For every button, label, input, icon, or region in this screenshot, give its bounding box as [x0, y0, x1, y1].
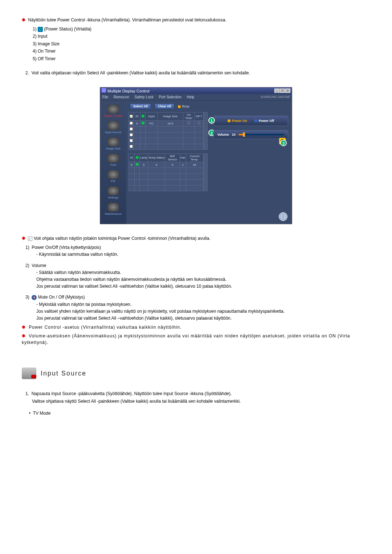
list-item-3: 3) Image Size [33, 40, 370, 48]
on-timer-dot [187, 122, 190, 124]
image-size-icon [108, 138, 119, 146]
star-icon: ✱ [22, 325, 26, 330]
time-icon [108, 154, 119, 163]
row-checkbox[interactable] [130, 133, 133, 136]
bottom-bullet: • TV Mode [29, 411, 370, 416]
minimize-icon[interactable]: _ [274, 89, 279, 93]
item-3-title: 3) 🔇 Mute On / Off (Mykistys) [25, 294, 370, 301]
off-timer-dot [197, 122, 200, 124]
callout-1: 1 [208, 117, 215, 124]
maintenance-icon [108, 203, 119, 212]
titlebar: Multiple Display Control _□× [100, 87, 292, 94]
table-row [129, 132, 204, 138]
row-status-dot [136, 163, 139, 166]
item-2-sub2: Ohjelma vastaanottaa tiedon valitun näyt… [36, 276, 370, 283]
volume-slider[interactable] [238, 134, 284, 135]
list-item-4: 4) On Timer [33, 48, 370, 55]
power-panel: Power On Power Off [213, 116, 288, 126]
sidebar-item-settings[interactable]: Settings [100, 185, 126, 201]
status-table: ID Lamp Temp.Status B/R Sensor Fan Curre… [128, 153, 204, 191]
sidebar-item-time[interactable]: Time [100, 152, 126, 168]
menu-port-selection[interactable]: Port Selection [159, 95, 181, 99]
volume-panel: Volume 10 🔇 [213, 130, 288, 139]
row-checkbox[interactable] [130, 139, 133, 142]
row-status-dot [142, 122, 144, 124]
star-icon: ✱ [22, 236, 25, 241]
callout-3: 3 [280, 140, 287, 146]
row-checkbox[interactable] [130, 122, 133, 125]
checkbox-icon [28, 237, 32, 241]
status-header [140, 112, 146, 120]
table-row [129, 173, 204, 179]
brand-label: SAMSUNG DIGITall [261, 95, 290, 99]
item-2-title: 2) Volume [25, 262, 370, 269]
input-source-icon [108, 121, 119, 130]
item-1-title: 1) Power On/Off (Virta kytkettynä/pois) [25, 244, 370, 251]
list-item-2: 2) Input [33, 33, 370, 40]
table-header-row: ID Input Image Size On Timer Off T [129, 112, 204, 120]
power-off-dot-icon [254, 119, 257, 122]
menu-file[interactable]: File [102, 95, 108, 99]
table-row[interactable]: 0 0 0 0 1 49 [129, 162, 204, 168]
busy-dot-icon [178, 105, 181, 108]
note-1: ✱ Power Control -asetus (Virranhallinta)… [22, 324, 370, 331]
menu-safety-lock[interactable]: Safety Lock [135, 95, 154, 99]
item-2-sub3: Jos peruutat valinnan tai valitset Selec… [36, 283, 370, 290]
input-source-heading-icon [22, 368, 36, 379]
table-row [129, 179, 204, 185]
checkbox-header-icon[interactable] [130, 115, 133, 118]
window-controls[interactable]: _□× [274, 88, 290, 93]
sidebar-item-image-size[interactable]: Image Size [100, 136, 126, 152]
sidebar-item-pip[interactable]: PIP [100, 169, 126, 184]
heading-text: Input Source [41, 370, 86, 377]
power-off-button[interactable]: Power Off [254, 119, 274, 123]
row-checkbox[interactable] [130, 127, 133, 131]
menubar: File Remocon Safety Lock Port Selection … [100, 94, 292, 100]
display-table: ID Input Image Size On Timer Off T 0 [128, 112, 204, 150]
power-on-dot-icon [228, 119, 230, 122]
star-icon: ✱ [22, 17, 25, 22]
table-row[interactable]: 0 PC 16:9 [129, 120, 204, 126]
note-2: ✱ Volume-asetuksen (Äänenvoimakkuus) ja … [22, 333, 370, 346]
item-3-sub1: - Mykistää valitun näytön tai poistaa my… [36, 301, 370, 308]
item-3-sub3: Jos peruutat valinnat tai valitset Selec… [36, 315, 370, 322]
menu-help[interactable]: Help [187, 95, 195, 99]
scrollbar[interactable] [204, 153, 208, 191]
item-2-sub1: - Säätää valitun näytön äänenvoimakkuutt… [36, 269, 370, 276]
app-icon [102, 88, 106, 93]
settings-icon [108, 186, 119, 195]
clear-all-button[interactable]: Clear All [155, 103, 174, 109]
intro-text: Näyttöön tulee Power Control -ikkuna (Vi… [28, 17, 226, 22]
power-on-button[interactable]: Power On [228, 119, 247, 123]
mute-icon: 🔇 [32, 295, 37, 300]
item-3-sub2: Jos valitset yhden näytön kerrallaan ja … [36, 308, 370, 315]
bottom-numbered: 1. Napsauta Input Source -pääkuvaketta (… [25, 390, 370, 405]
table-row [129, 185, 204, 191]
select-all-button[interactable]: Select All [130, 103, 151, 109]
info-button[interactable]: ! [279, 212, 287, 221]
volume-label: Volume [217, 133, 229, 136]
list-item-5: 5) Off Timer [33, 55, 370, 62]
status-dot-icon [142, 115, 144, 118]
volume-thumb[interactable] [243, 132, 245, 137]
row-checkbox[interactable] [130, 145, 133, 148]
sidebar-item-input-source[interactable]: Input Source [100, 120, 126, 135]
scrollbar[interactable] [204, 112, 208, 150]
sidebar-item-power-control[interactable]: Power Control [100, 103, 126, 119]
sidebar-item-maintenance[interactable]: Maintenance [100, 201, 126, 217]
close-icon[interactable]: × [285, 89, 290, 93]
list-item-1: 1) ⏻ (Power Status) (Virtatila) [33, 25, 370, 33]
pip-icon [108, 170, 119, 179]
app-screenshot: Multiple Display Control _□× File Remoco… [100, 87, 292, 224]
below-text: Voit ohjata valitun näytön joitakin toim… [34, 236, 211, 241]
table-row [129, 126, 204, 132]
intro-numbered-2: 2. Voit valita ohjattavan näytön Select … [25, 70, 370, 76]
maximize-icon[interactable]: □ [280, 89, 285, 93]
window-title: Multiple Display Control [107, 89, 150, 93]
power-status-icon: ⏻ [38, 27, 43, 32]
table-row [129, 168, 204, 173]
busy-indicator: Busy [178, 104, 189, 108]
table-header-row: ID Lamp Temp.Status B/R Sensor Fan Curre… [129, 153, 204, 162]
status-dot-icon [136, 156, 139, 159]
menu-remocon[interactable]: Remocon [114, 95, 129, 99]
